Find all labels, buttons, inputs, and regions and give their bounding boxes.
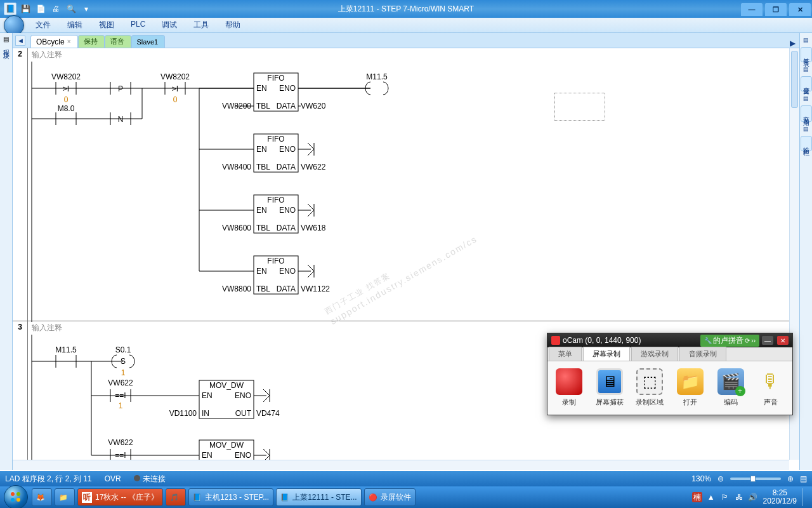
ime-indicator[interactable]: 🔧 的卢拼音 ⟳ ››	[700, 335, 759, 347]
tab-slave1[interactable]: Slave1	[131, 35, 166, 48]
qat-save-icon[interactable]: 💾	[19, 3, 32, 15]
ocam-tabs: 菜单 屏幕录制 游戏录制 音频录制	[547, 347, 792, 361]
svg-text:ENO: ENO	[279, 267, 296, 276]
start-button[interactable]	[4, 485, 28, 508]
svg-text:EN: EN	[256, 267, 267, 276]
svg-text:P: P	[118, 84, 123, 93]
svg-text:VW8202: VW8202	[160, 72, 190, 81]
qat-print-icon[interactable]: 🖨	[49, 3, 62, 15]
task-pin[interactable]: 🦊	[32, 488, 52, 506]
network-comment[interactable]: 输入注释	[28, 48, 789, 62]
qat-btn[interactable]: 📄	[34, 3, 47, 15]
svg-text:==I: ==I	[115, 451, 126, 460]
status-connection: 未连接	[134, 474, 166, 485]
ladder-diagram[interactable]: VW8202 >I 0 P M8.0 N	[28, 62, 789, 322]
maximize-button[interactable]: ❐	[765, 3, 787, 16]
svg-text:DATA: DATA	[277, 284, 296, 293]
show-desktop-button[interactable]	[802, 488, 808, 506]
svg-line-74	[308, 271, 314, 277]
app-icon[interactable]: 📘	[4, 3, 16, 15]
right-tab[interactable]: 符号表	[801, 47, 812, 62]
right-tab[interactable]: 输出栏	[801, 136, 812, 151]
tabs-scroll-right[interactable]: ▶	[786, 39, 799, 48]
qat-dropdown-icon[interactable]: ▾	[80, 3, 93, 15]
status-zoom[interactable]: 130%	[691, 474, 711, 483]
tab-voice[interactable]: 语音	[105, 35, 131, 48]
ocam-record-button[interactable]: 录制	[550, 365, 588, 410]
svg-text:IN: IN	[202, 409, 209, 418]
ocam-region-button[interactable]: ⬚录制区域	[631, 365, 669, 410]
ocam-tab-game[interactable]: 游戏录制	[631, 347, 678, 361]
svg-text:1: 1	[121, 368, 126, 377]
svg-text:VW622: VW622	[108, 378, 133, 387]
svg-text:1: 1	[119, 401, 123, 410]
menu-plc[interactable]: PLC	[123, 17, 153, 33]
status-icon[interactable]: ▤	[800, 474, 807, 483]
status-bar: LAD 程序段 2, 行 2, 列 11 OVR 未连接 130% ⊖ ⊕ ▤	[0, 471, 812, 486]
window-titlebar: 📘 💾 📄 🖨 🔍 ▾ 上菜12111 - STEP 7-Micro/WIN S…	[0, 0, 812, 18]
ocam-titlebar[interactable]: oCam (0, 0, 1440, 900) 🔧 的卢拼音 ⟳ ›› — ✕	[547, 333, 792, 347]
close-button[interactable]: ✕	[789, 3, 811, 16]
svg-text:>I: >I	[172, 84, 178, 93]
svg-text:VW620: VW620	[301, 102, 326, 110]
svg-line-114	[263, 455, 270, 460]
ocam-open-button[interactable]: 📁打开	[671, 365, 709, 410]
task-item[interactable]: 🎵	[166, 488, 186, 506]
qat-preview-icon[interactable]: 🔍	[65, 3, 77, 15]
tray-network-icon[interactable]: 🖧	[734, 492, 744, 502]
menu-debug[interactable]: 调试	[154, 17, 185, 33]
horizontal-scrollbar[interactable]	[13, 460, 789, 470]
svg-line-48	[308, 149, 314, 156]
ocam-close-button[interactable]: ✕	[777, 336, 789, 345]
tray-volume-icon[interactable]: 🔊	[748, 492, 758, 502]
right-tab[interactable]: 变量口	[801, 76, 812, 91]
task-item[interactable]: 🔴 录屏软件	[364, 488, 416, 506]
svg-text:ENO: ENO	[279, 206, 296, 215]
svg-text:DATA: DATA	[277, 163, 296, 171]
zoom-slider[interactable]	[730, 478, 781, 480]
ocam-window[interactable]: oCam (0, 0, 1440, 900) 🔧 的卢拼音 ⟳ ›› — ✕ 菜…	[547, 333, 793, 415]
tabs-scroll-left[interactable]: ◀	[15, 36, 25, 46]
ocam-minimize[interactable]: —	[762, 336, 773, 345]
menu-tools[interactable]: 工具	[186, 17, 216, 33]
task-item-active[interactable]: 📘 上菜12111 - STE...	[276, 488, 361, 506]
ocam-encode-button[interactable]: 🎬+编码	[712, 365, 750, 410]
task-item[interactable]: 📘 主机1213 - STEP...	[188, 488, 273, 506]
task-pin[interactable]: 📁	[55, 488, 75, 506]
svg-text:0: 0	[173, 95, 178, 104]
svg-text:M11.5: M11.5	[366, 72, 388, 81]
zoom-in-button[interactable]: ⊕	[787, 474, 794, 483]
tray-flag-icon[interactable]: 🏳	[720, 492, 730, 502]
svg-line-101	[263, 396, 270, 402]
menu-view[interactable]: 视图	[91, 17, 122, 33]
menu-help[interactable]: 帮助	[218, 17, 248, 33]
left-sidebar-collapsed[interactable]: ▤ 程序块	[0, 33, 13, 470]
tray-overflow-icon[interactable]: ▲	[706, 492, 716, 502]
minimize-button[interactable]: —	[741, 3, 763, 16]
ocam-capture-button[interactable]: 🖥屏幕捕获	[591, 365, 629, 410]
right-tab[interactable]: 交叉引用	[801, 105, 812, 122]
taskbar-clock[interactable]: 8:25 2020/12/9	[763, 489, 797, 505]
svg-text:EN: EN	[202, 451, 213, 460]
status-ovr: OVR	[105, 474, 121, 483]
ocam-tab-menu[interactable]: 菜单	[549, 347, 582, 361]
svg-line-61	[308, 210, 314, 217]
close-tab-icon[interactable]: ×	[67, 38, 71, 45]
svg-text:VW8400: VW8400	[222, 163, 251, 171]
task-item[interactable]: 听17秋水 -- 《庄子》	[77, 488, 163, 506]
ocam-toolbar: 录制 🖥屏幕捕获 ⬚录制区域 📁打开 🎬+编码 🎙声音	[547, 361, 792, 414]
svg-text:DATA: DATA	[277, 224, 296, 232]
svg-text:ENO: ENO	[235, 391, 251, 400]
menu-file[interactable]: 文件	[28, 17, 58, 33]
zoom-out-button[interactable]: ⊖	[717, 474, 724, 483]
ime-button[interactable]: 楠	[692, 492, 702, 502]
menu-edit[interactable]: 编辑	[60, 17, 90, 33]
network-number: 2	[13, 48, 28, 321]
tab-obcycle[interactable]: OBcycle×	[30, 35, 78, 48]
ocam-sound-button[interactable]: 🎙声音	[752, 365, 790, 410]
ocam-icon	[551, 336, 560, 345]
ocam-tab-audio[interactable]: 音频录制	[679, 347, 726, 361]
ocam-tab-screen[interactable]: 屏幕录制	[583, 347, 630, 361]
tab-keep[interactable]: 保持	[78, 35, 105, 48]
svg-text:M11.5: M11.5	[55, 345, 77, 354]
